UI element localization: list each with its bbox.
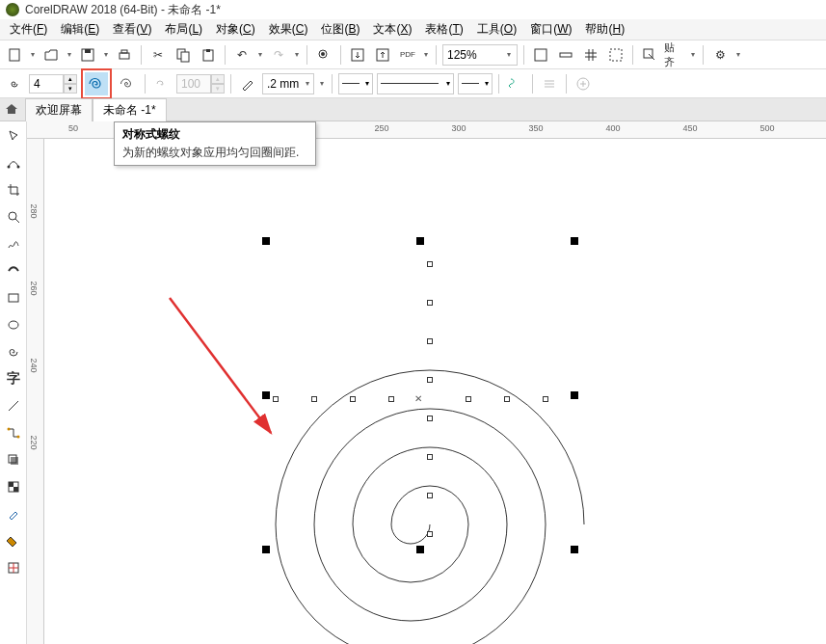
spiral-node[interactable] (388, 396, 394, 402)
selection-handle[interactable] (416, 546, 424, 553)
import-icon[interactable] (347, 44, 368, 66)
pdf-dropdown[interactable]: ▾ (422, 44, 430, 66)
symmetric-spiral-button[interactable] (85, 72, 108, 95)
menu-file[interactable]: 文件(F) (4, 19, 53, 40)
outline-pen-icon[interactable] (237, 73, 258, 94)
menu-text[interactable]: 文本(X) (367, 19, 417, 40)
spiral-node[interactable] (543, 396, 548, 402)
smart-fill-icon[interactable] (3, 557, 24, 578)
tab-welcome[interactable]: 欢迎屏幕 (25, 98, 93, 121)
spin-up[interactable]: ▴ (64, 74, 77, 84)
zoom-combo[interactable]: ▾ (442, 44, 518, 66)
rectangle-tool-icon[interactable] (3, 287, 24, 309)
publish-pdf-icon[interactable]: PDF (397, 44, 418, 66)
shape-tool-icon[interactable] (3, 152, 24, 174)
spiral-node[interactable] (311, 396, 317, 402)
home-icon[interactable] (4, 101, 21, 119)
menu-table[interactable]: 表格(T) (419, 19, 468, 40)
crop-tool-icon[interactable] (3, 179, 24, 201)
launch-icon[interactable] (639, 44, 660, 66)
eyedropper-icon[interactable] (3, 503, 24, 524)
search-icon[interactable] (313, 44, 334, 66)
spiral-node[interactable] (427, 261, 433, 267)
open-dropdown[interactable]: ▾ (66, 44, 73, 66)
undo-dropdown[interactable]: ▾ (256, 44, 264, 66)
tab-untitled[interactable]: 未命名 -1* (93, 98, 167, 121)
spiral-node[interactable] (350, 396, 356, 402)
copy-icon[interactable] (173, 44, 194, 66)
save-icon[interactable] (77, 44, 98, 66)
start-arrowhead[interactable]: ▾ (338, 73, 373, 94)
spiral-node[interactable] (427, 377, 433, 383)
parallel-dim-icon[interactable] (3, 395, 24, 416)
save-dropdown[interactable]: ▾ (102, 44, 110, 66)
selection-handle[interactable] (571, 546, 578, 553)
menu-bitmap[interactable]: 位图(B) (315, 19, 365, 40)
selection-handle[interactable] (262, 237, 270, 245)
print-icon[interactable] (114, 44, 135, 66)
polygon-tool-icon[interactable] (3, 341, 24, 362)
spiral-node[interactable] (427, 338, 433, 344)
freehand-tool-icon[interactable] (3, 233, 24, 255)
open-icon[interactable] (40, 44, 62, 66)
spiral-node[interactable] (427, 416, 433, 421)
menu-tools[interactable]: 工具(O) (471, 19, 522, 40)
line-style-combo[interactable]: ▾ (377, 73, 454, 94)
options-icon[interactable]: ⚙ (709, 44, 731, 66)
transparency-tool-icon[interactable] (3, 476, 24, 497)
spiral-turns-spinner[interactable]: ▴▾ (29, 74, 77, 94)
options-dropdown[interactable]: ▾ (734, 44, 742, 66)
new-dropdown[interactable]: ▾ (29, 44, 37, 66)
selection-handle[interactable] (571, 237, 578, 245)
spiral-node[interactable] (466, 396, 471, 402)
snap-to-button[interactable]: 贴齐 (664, 44, 685, 66)
logarithmic-spiral-button[interactable] (116, 72, 139, 95)
selection-handle[interactable] (571, 391, 578, 399)
new-doc-icon[interactable] (4, 44, 25, 66)
end-arrowhead[interactable]: ▾ (458, 73, 493, 94)
export-icon[interactable] (372, 44, 393, 66)
menu-effect[interactable]: 效果(C) (263, 19, 314, 40)
menu-window[interactable]: 窗口(W) (524, 19, 577, 40)
rulers-icon[interactable] (555, 44, 576, 66)
outline-width-input[interactable] (265, 77, 304, 91)
grid-icon[interactable] (580, 44, 601, 66)
menu-edit[interactable]: 编辑(E) (55, 19, 105, 40)
spiral-node[interactable] (427, 493, 433, 498)
drop-shadow-icon[interactable] (3, 449, 24, 470)
cut-icon[interactable]: ✂ (147, 44, 169, 66)
spin-down[interactable]: ▾ (64, 84, 77, 94)
spiral-node[interactable] (427, 300, 433, 306)
spiral-object[interactable] (266, 361, 594, 644)
zoom-tool-icon[interactable] (3, 206, 24, 228)
undo-icon[interactable]: ↶ (231, 44, 253, 66)
menu-view[interactable]: 查看(V) (107, 19, 157, 40)
redo-icon[interactable]: ↷ (268, 44, 289, 66)
zoom-input[interactable] (443, 48, 501, 62)
menu-object[interactable]: 对象(C) (210, 19, 261, 40)
connector-tool-icon[interactable] (3, 422, 24, 443)
snap-dropdown[interactable]: ▾ (689, 44, 697, 66)
fullscreen-icon[interactable] (530, 44, 551, 66)
outline-width-dropdown[interactable]: ▾ (304, 73, 311, 94)
artistic-media-icon[interactable] (3, 260, 24, 282)
redo-dropdown[interactable]: ▾ (293, 44, 301, 66)
spiral-node[interactable] (427, 454, 433, 460)
spiral-node[interactable] (427, 531, 433, 537)
spiral-turns-input[interactable] (29, 74, 64, 94)
pick-tool-icon[interactable] (3, 125, 24, 147)
wrap-text-icon[interactable] (505, 73, 526, 94)
zoom-dropdown[interactable]: ▾ (501, 50, 517, 59)
guides-icon[interactable] (605, 44, 626, 66)
canvas-area[interactable]: ✕ (44, 139, 826, 644)
ellipse-tool-icon[interactable] (3, 314, 24, 335)
outline-unit-dropdown[interactable]: ▾ (318, 73, 326, 94)
selection-handle[interactable] (262, 546, 270, 553)
menu-help[interactable]: 帮助(H) (579, 19, 630, 40)
selection-handle[interactable] (416, 237, 424, 245)
outline-width-combo[interactable]: ▾ (262, 73, 314, 94)
text-tool-icon[interactable]: 字 (3, 368, 24, 389)
fill-tool-icon[interactable] (3, 530, 24, 551)
spiral-node[interactable] (504, 396, 510, 402)
paste-icon[interactable] (198, 44, 219, 66)
